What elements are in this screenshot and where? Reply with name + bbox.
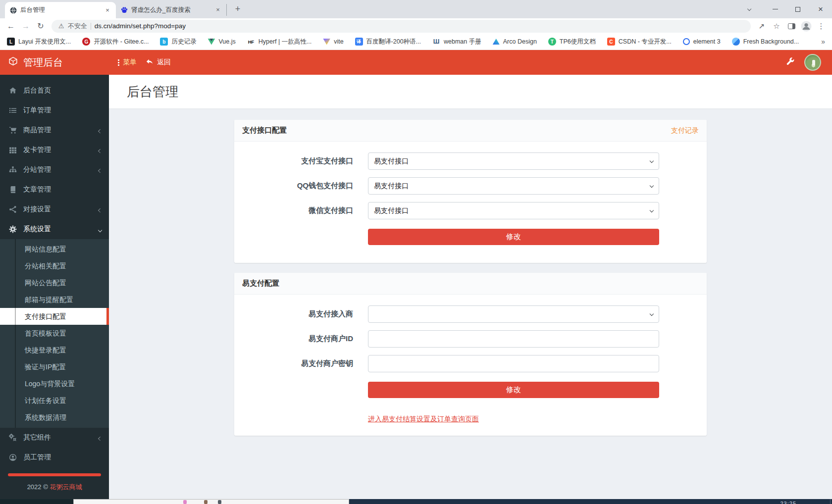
dots-menu-icon [118,59,119,66]
submenu-item-payment-config[interactable]: 支付接口配置 [0,308,109,325]
sidebar-item-cards[interactable]: 发卡管理 [0,140,109,160]
vite-icon [323,39,330,45]
sidebar-item-articles[interactable]: 文章管理 [0,180,109,200]
maximize-button[interactable] [786,0,809,18]
share-icon[interactable]: ↗ [755,19,769,33]
security-warning-icon[interactable]: ⚠ [58,22,64,30]
forward-icon[interactable]: → [19,19,33,33]
sidebar-item-system-settings[interactable]: 系统设置 [0,219,109,239]
bookmark-label: Hyperf | 一款高性... [259,38,312,46]
user-avatar[interactable] [804,54,821,71]
sidebar-item-label: 商品管理 [23,126,51,135]
close-button[interactable]: × [809,0,832,18]
bookmark-label: Vue.js [218,38,235,45]
card-header: 易支付配置 [234,273,707,295]
sidebar-item-integration[interactable]: 对接设置 [0,200,109,219]
user-circle-icon [9,454,17,461]
bookmark-fresh-background[interactable]: Fresh Background... [732,38,799,46]
tab-admin[interactable]: 后台管理 × [5,2,116,18]
select-value: 易支付接口 [374,182,409,191]
bookmark-hyperf[interactable]: HFHyperf | 一款高性... [247,38,312,46]
bookmark-vite[interactable]: vite [323,38,343,45]
payment-records-link[interactable]: 支付记录 [671,126,699,135]
epay-merchant-id-input[interactable] [368,330,659,348]
side-panel-icon[interactable] [784,19,798,33]
bookmark-gitee[interactable]: G开源软件 - Gitee.c... [82,38,149,46]
select-chevron-icon [650,159,654,163]
epay-settlement-link[interactable]: 进入易支付结算设置及订单查询页面 [368,415,479,424]
submenu-item-quick-login[interactable]: 快捷登录配置 [0,342,109,358]
select-chevron-icon [650,312,654,316]
submenu-item-site-info[interactable]: 网站信息配置 [0,241,109,257]
bookmark-star-icon[interactable]: ☆ [770,19,783,33]
epay-merchant-key-label: 易支付商户密钥 [234,359,368,368]
sidebar-item-label: 文章管理 [23,185,51,194]
browser-window: 后台管理 × 肾虚怎么办_百度搜索 × + × ← → ↻ ⚠ 不安全 ds.c… [0,0,832,504]
webman-icon: Ш [432,38,440,46]
epay-provider-select[interactable] [368,305,659,323]
sidebar-item-staff[interactable]: 员工管理 [0,448,109,467]
tab-baidu-search[interactable]: 肾虚怎么办_百度搜索 × [116,4,227,16]
address-bar[interactable]: ⚠ 不安全 ds.cn/admin/set.php?mod=pay [52,20,751,33]
back-icon[interactable]: ← [4,19,18,33]
submenu-item-home-template[interactable]: 首页模板设置 [0,325,109,342]
qq-wallet-interface-select[interactable]: 易支付接口 [368,177,659,195]
submenu-item-verify-ip[interactable]: 验证与IP配置 [0,358,109,375]
sidebar-item-label: 发卡管理 [23,146,51,154]
address-separator [91,23,91,30]
sidebar-item-other-components[interactable]: 其它组件 [0,428,109,448]
wrench-icon[interactable] [786,57,794,68]
browser-menu-icon[interactable]: ⋮ [814,19,828,33]
modify-button[interactable]: 修改 [368,382,659,398]
bookmark-tp6-docs[interactable]: TTP6使用文档 [548,38,596,46]
epay-provider-label: 易支付接入商 [234,309,368,319]
bookmark-webman[interactable]: Шwebman 手册 [432,38,481,46]
modify-button[interactable]: 修改 [368,229,659,245]
bookmarks-bar: LLayui 开发使用文... G开源软件 - Gitee.c... b历史记录… [0,34,832,50]
minimize-button[interactable] [764,0,786,18]
bookmark-label: Fresh Background... [743,38,799,45]
wechat-interface-label: 微信支付接口 [234,206,368,215]
sidebar-item-home[interactable]: 后台首页 [0,81,109,101]
profile-avatar[interactable] [799,19,813,33]
footer-brand-link[interactable]: 花粥云商城 [50,483,82,491]
submenu-item-cron-tasks[interactable]: 计划任务设置 [0,392,109,409]
tab-search-icon[interactable] [742,2,757,17]
sidebar-item-substations[interactable]: 分站管理 [0,160,109,180]
submenu-item-substation[interactable]: 分站相关配置 [0,257,109,274]
chevron-left-icon [99,434,102,442]
bookmark-vuejs[interactable]: Vue.js [208,38,235,45]
bookmarks-overflow-icon[interactable]: » [821,38,825,46]
alipay-interface-select[interactable]: 易支付接口 [368,152,659,170]
bookmark-history[interactable]: b历史记录 [160,38,196,46]
bookmark-arco-design[interactable]: Arco Design [493,38,537,45]
grid-icon [9,146,17,154]
bookmark-label: vite [334,38,343,45]
list-icon [9,106,17,114]
reload-icon[interactable]: ↻ [34,19,48,33]
new-tab-button[interactable]: + [231,2,245,16]
bookmark-baidu-translate[interactable]: 译百度翻译-200种语... [355,38,421,46]
select-value: 易支付接口 [374,206,409,215]
bookmark-csdn[interactable]: CCSDN - 专业开发... [607,38,672,46]
appbar-menu-toggle[interactable]: 菜单 [118,58,137,67]
bookmark-layui[interactable]: LLayui 开发使用文... [7,38,71,46]
bookmark-element3[interactable]: element 3 [683,38,721,45]
sidebar-item-label: 其它组件 [23,433,51,442]
url-text[interactable]: ds.cn/admin/set.php?mod=pay [95,22,186,30]
home-icon [9,87,17,95]
tab-close-icon[interactable]: × [214,6,222,14]
card-title: 支付接口配置 [242,126,287,135]
submenu-item-mail-remind[interactable]: 邮箱与提醒配置 [0,291,109,308]
submenu-item-announcement[interactable]: 网站公告配置 [0,274,109,291]
tab-close-icon[interactable]: × [104,6,111,14]
epay-merchant-key-input[interactable] [368,355,659,372]
submenu-item-logo-background[interactable]: Logo与背景设置 [0,375,109,392]
sidebar-item-products[interactable]: 商品管理 [0,120,109,140]
sidebar-item-orders[interactable]: 订单管理 [0,101,109,120]
wechat-interface-select[interactable]: 易支付接口 [368,202,659,219]
security-warning-label: 不安全 [68,22,87,31]
submenu-item-data-cleanup[interactable]: 系统数据清理 [0,409,109,426]
appbar-back-link[interactable]: 返回 [146,58,171,67]
background-window-fragment[interactable] [73,499,349,504]
